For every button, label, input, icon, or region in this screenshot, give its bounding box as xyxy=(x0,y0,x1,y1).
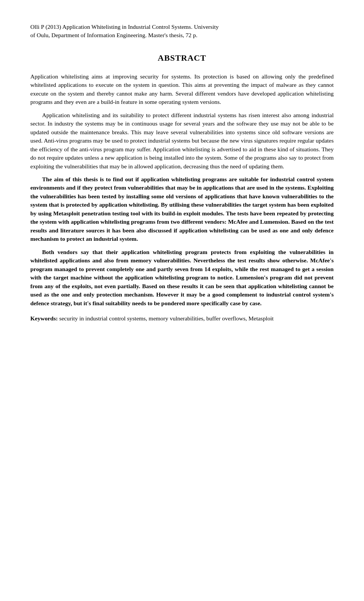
keywords-label: Keywords: xyxy=(30,315,58,322)
keywords-values: security in industrial control systems, … xyxy=(59,315,273,322)
keywords-section: Keywords: security in industrial control… xyxy=(30,314,334,323)
document-header: Olli P (2013) Application Whitelisting i… xyxy=(30,23,334,40)
abstract-paragraph-p1: Application whitelisting aims at improvi… xyxy=(30,72,334,107)
abstract-title: ABSTRACT xyxy=(30,52,334,64)
abstract-paragraph-p4: Both vendors say that their application … xyxy=(30,248,334,308)
keywords-line: Keywords: security in industrial control… xyxy=(30,314,334,323)
abstract-body: Application whitelisting aims at improvi… xyxy=(30,72,334,308)
abstract-paragraph-p2: Application whitelisting and its suitabi… xyxy=(30,111,334,171)
abstract-paragraph-p3: The aim of this thesis is to find out if… xyxy=(30,175,334,243)
header-line-2: of Oulu, Department of Information Engin… xyxy=(30,31,334,39)
header-line-1: Olli P (2013) Application Whitelisting i… xyxy=(30,23,334,31)
